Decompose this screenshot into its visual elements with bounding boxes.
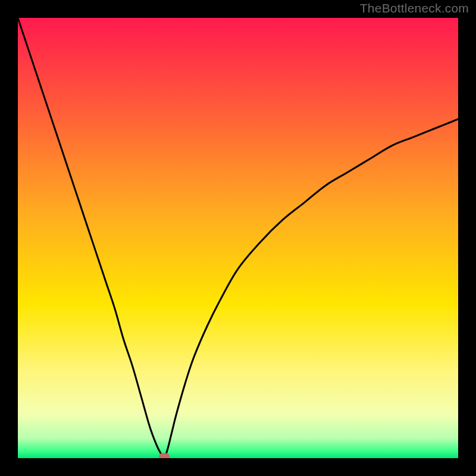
curve-right-branch: [164, 119, 458, 458]
curve-left-branch: [18, 18, 164, 458]
watermark-text: TheBottleneck.com: [360, 1, 469, 15]
chart-frame: TheBottleneck.com: [0, 0, 476, 476]
minimum-marker: [159, 453, 170, 458]
curve-layer: [18, 18, 458, 458]
plot-area: [18, 18, 458, 458]
